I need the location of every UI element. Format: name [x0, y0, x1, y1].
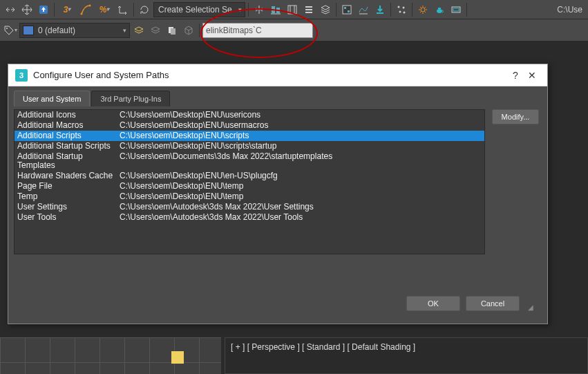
modify-button[interactable]: Modify...: [492, 109, 539, 124]
wireframe-box-icon[interactable]: [181, 23, 196, 38]
svg-rect-20: [171, 28, 176, 35]
toolbar-separator: [336, 3, 336, 17]
path-key: Additional Startup Scripts: [17, 142, 120, 151]
path-key: Additional Icons: [17, 111, 120, 120]
path-key: Hardware Shaders Cache: [17, 171, 120, 180]
path-value: C:\Users\oem\Desktop\ENU\usericons: [120, 111, 482, 120]
svg-rect-7: [344, 7, 346, 9]
help-button[interactable]: ?: [507, 70, 524, 81]
path-row[interactable]: Hardware Shaders CacheC:\Users\oem\Deskt…: [15, 171, 484, 181]
snap-toggle-icon[interactable]: [285, 2, 300, 17]
gear-icon[interactable]: [415, 2, 430, 17]
path-row[interactable]: Page FileC:\Users\oem\Desktop\ENU\temp: [15, 181, 484, 191]
list-icon[interactable]: [301, 2, 316, 17]
viewport-status-text: [ + ] [ Perspective ] [ Standard ] [ Def…: [231, 342, 415, 352]
three-dropdown-icon[interactable]: 3▾: [57, 2, 77, 17]
path-row[interactable]: User SettingsC:\Users\oem\Autodesk\3ds M…: [15, 202, 484, 212]
svg-rect-3: [272, 6, 275, 13]
toolbar-separator: [412, 3, 412, 17]
move-icon[interactable]: [19, 2, 35, 17]
svg-point-14: [437, 9, 442, 13]
curve-editor-icon[interactable]: [356, 2, 371, 17]
script-listener-input[interactable]: [202, 23, 313, 38]
path-row[interactable]: Additional MacrosC:\Users\oem\Desktop\EN…: [15, 120, 484, 131]
selection-set-dropdown[interactable]: Create Selection Se: [153, 2, 245, 17]
paths-listbox[interactable]: Additional IconsC:\Users\oem\Desktop\ENU…: [14, 109, 485, 254]
link-icon[interactable]: [3, 2, 18, 17]
ok-button[interactable]: OK: [406, 296, 460, 311]
up-arrow-icon[interactable]: [36, 2, 51, 17]
toolbar-separator: [54, 3, 55, 17]
svg-rect-15: [438, 8, 441, 9]
viewport-status-bar[interactable]: [ + ] [ Perspective ] [ Standard ] [ Def…: [225, 337, 588, 374]
path-key: Additional Macros: [17, 121, 120, 130]
teapot-icon[interactable]: [432, 2, 447, 17]
toolbar-separator: [199, 24, 200, 37]
svg-rect-8: [348, 10, 350, 12]
path-key: Page File: [17, 182, 120, 191]
svg-point-9: [397, 6, 399, 8]
path-row[interactable]: Additional Startup ScriptsC:\Users\oem\D…: [15, 141, 484, 151]
toolbar-separator: [133, 3, 134, 17]
path-value: C:\Users\oem\Desktop\ENU\temp: [120, 182, 482, 191]
viewport-marker: [171, 351, 184, 364]
path-value: C:\Users\oem\Desktop\ENU\scripts\startup: [120, 142, 482, 151]
svg-point-2: [89, 4, 91, 6]
particles-icon[interactable]: [394, 2, 409, 17]
path-value: C:\Users\oem\Autodesk\3ds Max 2022\User …: [120, 203, 482, 212]
path-value: C:\Users\oem\Desktop\ENU\en-US\plugcfg: [120, 171, 482, 180]
svg-point-12: [403, 11, 405, 13]
path-key: Temp: [17, 192, 120, 201]
path-key: Additional Scripts: [17, 131, 120, 140]
viewport-grid[interactable]: [0, 337, 221, 374]
path-row[interactable]: User ToolsC:\Users\oem\Autodesk\3ds Max …: [15, 212, 484, 223]
layer-dropdown[interactable]: 0 (default): [19, 23, 130, 38]
svg-point-18: [6, 28, 8, 29]
dialog-panel: Additional IconsC:\Users\oem\Desktop\ENU…: [14, 109, 542, 254]
layers-add-icon[interactable]: [131, 23, 146, 38]
path-key: User Settings: [17, 203, 120, 212]
download-icon[interactable]: [372, 2, 388, 17]
copy-icon[interactable]: [164, 23, 180, 38]
dialog-side-column: Modify...: [492, 109, 542, 254]
toolbar-separator: [466, 3, 467, 17]
svg-rect-4: [276, 8, 280, 13]
path-row[interactable]: TempC:\Users\oem\Desktop\ENU\temp: [15, 191, 484, 202]
refresh-icon[interactable]: [137, 2, 152, 17]
align-icon[interactable]: [268, 2, 283, 17]
svg-point-10: [402, 6, 404, 8]
axis-icon[interactable]: [115, 2, 131, 17]
tag-icon[interactable]: ▾: [3, 23, 18, 38]
layers-stack-icon[interactable]: [318, 2, 333, 17]
svg-point-13: [421, 8, 425, 12]
path-value: C:\Users\oem\Autodesk\3ds Max 2022\User …: [120, 213, 482, 222]
mirror-icon[interactable]: [252, 2, 267, 17]
layers-manage-icon[interactable]: [148, 23, 163, 38]
percent-icon[interactable]: %▾: [95, 2, 114, 17]
path-display: C:\Use: [557, 5, 585, 15]
close-button[interactable]: ✕: [524, 70, 540, 81]
path-key: User Tools: [17, 213, 120, 222]
tab-user-and-system[interactable]: User and System: [14, 91, 90, 106]
path-row[interactable]: Additional ScriptsC:\Users\oem\Desktop\E…: [15, 131, 484, 141]
dialog-body: User and System 3rd Party Plug-Ins Addit…: [8, 86, 547, 324]
path-key: Additional Startup Templates: [17, 152, 120, 170]
app-icon: 3: [15, 69, 28, 82]
safe-frame-icon[interactable]: [448, 2, 464, 17]
configure-paths-dialog: 3 Configure User and System Paths ? ✕ Us…: [8, 64, 548, 324]
tab-3rd-party-plugins[interactable]: 3rd Party Plug-Ins: [91, 91, 170, 106]
path-value: C:\Users\oem\Desktop\ENU\usermacros: [120, 121, 482, 130]
main-toolbar-row-1: 3▾ %▾ Create Selection Se C:\Use: [0, 0, 588, 19]
curve-edit-icon[interactable]: [78, 2, 93, 17]
selection-set-label: Create Selection Se: [158, 5, 232, 15]
cancel-button[interactable]: Cancel: [466, 296, 520, 311]
path-row[interactable]: Additional Startup TemplatesC:\Users\oem…: [15, 151, 484, 171]
toolbar-separator: [390, 3, 391, 17]
dialog-titlebar[interactable]: 3 Configure User and System Paths ? ✕: [8, 64, 547, 86]
layer-name-label: 0 (default): [38, 26, 75, 35]
path-row[interactable]: Additional IconsC:\Users\oem\Desktop\ENU…: [15, 110, 484, 120]
schematic-view-icon[interactable]: [339, 2, 354, 17]
dialog-tabs: User and System 3rd Party Plug-Ins: [14, 91, 542, 106]
resize-grip-icon[interactable]: ◢: [528, 303, 533, 311]
path-value: C:\Users\oem\Desktop\ENU\scripts: [120, 131, 482, 140]
